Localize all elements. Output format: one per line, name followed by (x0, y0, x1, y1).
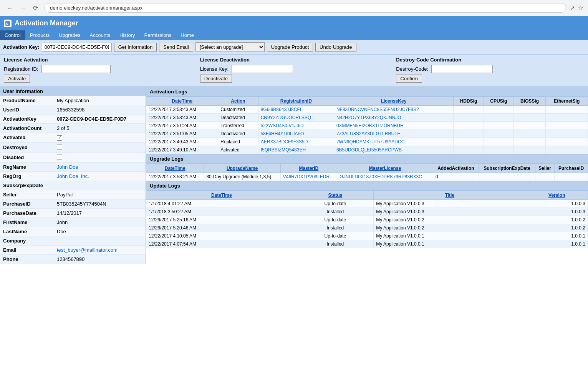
regid-link[interactable]: 522WSD4S0IV1JI6D (261, 123, 304, 128)
reg-id-input[interactable] (41, 65, 111, 73)
checkbox-display: ✓ (57, 135, 62, 141)
regid-link[interactable]: I5QRBSIZMQ5483EH (261, 147, 306, 153)
user-info-key: Company (0, 236, 54, 245)
user-info-link[interactable]: John Doe, Inc. (57, 173, 89, 179)
nav-accounts[interactable]: Accounts (85, 30, 115, 40)
cell-masterid: V46R7DX1PV09LEDR (280, 173, 337, 181)
regid-link[interactable]: AERX37BDCF9F3S5D (261, 139, 308, 144)
activation-logs-table: DateTime Action RegistrationID LicenseKe… (146, 96, 588, 154)
user-info-row: SellerPayPal (0, 190, 146, 199)
col-ul-seller[interactable]: Seller (535, 164, 555, 173)
app-header: K Activation Manager (0, 16, 588, 30)
col-ul-purchaseid[interactable]: PurchaseID (555, 164, 588, 173)
table-row: 1/1/2018 3:50:27 AM Installed My Applica… (146, 208, 588, 216)
licensekey-link[interactable]: 7WN6QHDAMKTJT57U9AADCC (336, 139, 404, 144)
nav-upgrades[interactable]: Upgrades (54, 30, 85, 40)
regid-link[interactable]: 8G6I9B8643JJ8CFL (261, 107, 303, 112)
send-email-button[interactable]: Send Email (159, 43, 193, 51)
col-datetime[interactable]: DateTime (146, 97, 218, 106)
app-title: Activation Manager (15, 19, 78, 27)
license-activation-panel: License Activation Registration ID: Acti… (0, 55, 196, 86)
user-info-link[interactable]: John Doe (57, 164, 78, 170)
url-bar[interactable] (44, 3, 566, 13)
col-upd-status[interactable]: Status (297, 191, 374, 200)
licensekey-link[interactable]: 6B5UDGDLQLEI5505ARCPWB (336, 147, 402, 153)
col-ul-upgradename[interactable]: UpgradeName (204, 164, 280, 173)
user-info-link[interactable]: test_buyer@mailinator.com (57, 247, 118, 253)
cell-status: Installed (297, 240, 374, 248)
user-info-value (54, 184, 60, 187)
user-info-key: Phone (0, 255, 54, 264)
licensekey-link[interactable]: N42H2O7YTPX68Y2QKJNNJO (336, 115, 401, 120)
cell-regid: 8G6I9B8643JJ8CFL (258, 106, 334, 114)
licensekey-link[interactable]: 7Z3ALU8S2AY3ULGTLRBUTF (336, 131, 400, 136)
col-biossig[interactable]: BIOSSig (513, 97, 545, 106)
regid-link[interactable]: 58F4HH4Y1I0LJA5O (261, 131, 304, 136)
user-info-value (54, 153, 65, 162)
browser-nav[interactable]: ← → ⟳ (5, 3, 40, 12)
cell-licensekey: 6B5UDGDLQLEI5505ARCPWB (334, 146, 453, 154)
col-upd-version[interactable]: Version (526, 191, 588, 200)
nav-control[interactable]: Control (0, 30, 25, 40)
user-info-value: 14/12/2017 (54, 209, 85, 218)
col-action[interactable]: Action (218, 97, 258, 106)
user-info-row: ProductNameMy Application (0, 96, 146, 105)
col-regid[interactable]: RegistrationID (258, 97, 334, 106)
cell-regid: 522WSD4S0IV1JI6D (258, 122, 334, 130)
user-info-key: Email (0, 246, 54, 254)
activation-key-input[interactable] (42, 43, 112, 51)
user-info-key: SubscrpExpDate (0, 181, 54, 190)
masterid-link[interactable]: V46R7DX1PV09LEDR (283, 174, 330, 179)
masterlicense-link[interactable]: GJNDLD0X18Z0XEDPRK79RP83RX3C (340, 174, 422, 179)
activation-logs-body: 12/22/2017 3:53:43 AM Customized 8G6I9B8… (146, 106, 588, 154)
activate-button[interactable]: Activate (4, 75, 30, 83)
col-ul-masterid[interactable]: MasterID (280, 164, 337, 173)
col-ul-datetime[interactable]: DateTime (146, 164, 204, 173)
regid-link[interactable]: CN9Y2ZDGUOCRLSSQ (261, 115, 311, 120)
reg-id-label: Registration ID: (4, 66, 38, 72)
update-logs-body: 1/1/2018 4:01:27 AM Up-to-date My Applic… (146, 200, 588, 248)
cell-datetime: 1/1/2018 3:50:27 AM (146, 208, 297, 216)
get-information-button[interactable]: Get Information (114, 43, 157, 51)
license-key-input[interactable] (232, 65, 293, 73)
cell-version: 1.0.0.2 (526, 216, 588, 224)
licensekey-link[interactable]: 0XMMFN5EI2OBX1PZORNBUH (336, 123, 404, 128)
col-ul-subscriptionexpdate[interactable]: SubscriptionExpDate (479, 164, 535, 173)
col-upd-datetime[interactable]: DateTime (146, 191, 297, 200)
cell-datetime: 12/22/2017 4:10:05 AM (146, 232, 297, 240)
col-cpusig[interactable]: CPUSig (484, 97, 513, 106)
cell-title: My Application V1.0.0.3 (374, 200, 526, 208)
cell-version: 1.0.0.1 (526, 232, 588, 240)
table-row: 12/22/2017 3:49:43 AM Replaced AERX37BDC… (146, 138, 588, 146)
license-key-label: License Key: (200, 66, 229, 72)
user-info-title: User Information (0, 87, 146, 96)
undo-upgrade-button[interactable]: Undo Upgrade (315, 43, 356, 51)
user-info-value (54, 239, 60, 242)
cell-purchaseid (555, 173, 588, 181)
upgrade-select[interactable]: [Select an upgrade] (195, 42, 265, 52)
licensekey-link[interactable]: NF83DRNCVNFNC8S55FNU2JC7F8S2 (336, 107, 419, 112)
nav-history[interactable]: History (115, 30, 139, 40)
cell-hddsig (454, 130, 484, 138)
col-licensekey[interactable]: LicenseKey (334, 97, 453, 106)
col-hddsig[interactable]: HDDSig (454, 97, 484, 106)
bookmark-icon: ☆ (578, 4, 583, 12)
nav-permissions[interactable]: Permissions (140, 30, 176, 40)
col-ul-addedactivation[interactable]: AddedActivation (433, 164, 479, 173)
deactivate-button[interactable]: Deactivate (200, 75, 232, 83)
destroy-code-row: Destroy-Code: (396, 65, 584, 73)
confirm-button[interactable]: Confirm (396, 75, 422, 83)
user-info-row: UserID1656332598 (0, 105, 146, 115)
user-info-key: Destroyed (0, 143, 54, 152)
nav-products[interactable]: Products (25, 30, 54, 40)
forward-button[interactable]: → (18, 3, 28, 12)
upgrade-product-button[interactable]: Upgrade Product (267, 43, 313, 51)
col-ethernetsig[interactable]: EthernetSig (546, 97, 588, 106)
back-button[interactable]: ← (5, 3, 15, 12)
col-upd-title[interactable]: Title (374, 191, 526, 200)
cell-ethernetsig (546, 122, 588, 130)
col-ul-masterlicense[interactable]: MasterLicense (337, 164, 433, 173)
destroy-code-input[interactable] (431, 65, 493, 73)
nav-home[interactable]: Home (176, 30, 199, 40)
reload-button[interactable]: ⟳ (31, 3, 40, 12)
